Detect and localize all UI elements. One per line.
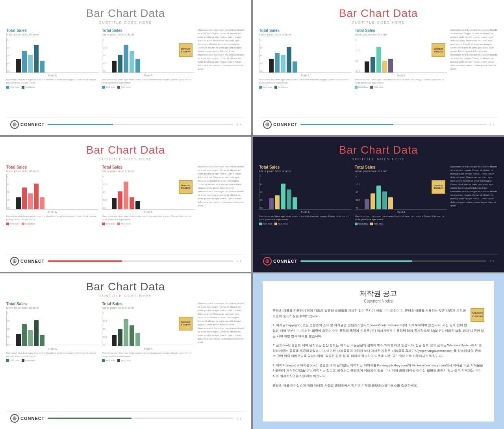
legend-item-0: field data	[259, 86, 272, 89]
y-tick-3: 0	[356, 39, 357, 41]
chart-x-label-chart-5a: Field A	[6, 347, 99, 350]
panel-2-subtitle: SUBTITLE GOES HERE	[259, 20, 498, 24]
chart-sublabel-chart-3a: lorem ipsum dolor sit amet	[6, 170, 99, 173]
connect-text-2: CONNECT	[273, 122, 297, 127]
progress-bar-4	[300, 260, 486, 262]
nav-arrows-2[interactable]: ‹ ›	[489, 122, 494, 126]
bar-3	[382, 61, 387, 72]
bar-1	[22, 51, 27, 72]
y-tick-3: 15	[260, 183, 263, 186]
chart-label-chart-5a: Total Sales	[6, 302, 99, 306]
next-arrow-3[interactable]: ›	[240, 259, 241, 263]
legend-dot-0	[6, 223, 9, 225]
y-tick-0: 60	[7, 70, 10, 72]
legend-label-1: field data	[278, 223, 287, 225]
panel-4-title: Bar Chart Data	[259, 144, 498, 156]
legend-item-1: field data	[117, 359, 130, 362]
chart-5b: Total Saleslorem ipsum dolor sit amet705…	[102, 302, 195, 411]
y-tick-2: 35	[103, 191, 106, 193]
prev-arrow-3[interactable]: ‹	[237, 259, 238, 263]
chart-label-chart-4b: Total Sales	[355, 165, 447, 169]
chart-area-chart-3b: 7052.53517.50 CONTENTSTANDAR	[102, 174, 195, 210]
legend-item-1: field data	[274, 86, 287, 89]
legend-dot-0	[259, 86, 262, 89]
y-tick-0: 70	[103, 70, 106, 72]
chart-x-label-chart-2a: Field A	[259, 74, 352, 77]
y-tick-0: 80	[260, 207, 263, 209]
y-tick-0: 70	[103, 207, 106, 209]
nav-arrows-5[interactable]: ‹ ›	[237, 416, 241, 421]
panel-3: Bar Chart Data SUBTITLE GOES HERE Total …	[0, 137, 251, 272]
prev-arrow-1[interactable]: ‹	[237, 122, 238, 126]
chart-2a: Total Saleslorem ipsum dolor sit amet806…	[259, 28, 352, 117]
prev-arrow-2[interactable]: ‹	[489, 122, 491, 126]
legend-item-1: field data	[117, 223, 130, 225]
y-tick-1: 60	[260, 199, 263, 201]
connect-circle-5	[10, 414, 19, 423]
chart-x-label-chart-4b: Field A	[355, 211, 447, 214]
bar-4	[388, 59, 393, 72]
y-tick-4: 0	[7, 39, 8, 41]
y-tick-4: 0	[103, 312, 104, 314]
legend-label-1: field data	[121, 86, 130, 88]
chart-x-label-chart-4a: Field A	[259, 211, 352, 214]
y-tick-3: 17.5	[103, 46, 107, 49]
panel-4-subtitle: SUBTITLE GOES HERE	[259, 157, 498, 161]
panel-3-title: Bar Chart Data	[6, 144, 245, 156]
legend-item-0: field data	[355, 86, 368, 89]
y-tick-1: 45	[7, 199, 10, 201]
legend-dot-1	[117, 359, 120, 362]
nav-arrows-1[interactable]: ‹ ›	[237, 122, 241, 126]
bar-3	[130, 197, 134, 209]
next-arrow-5[interactable]: ›	[240, 416, 241, 421]
next-arrow-4[interactable]: ›	[493, 259, 494, 263]
legend-dot-1	[370, 86, 373, 89]
y-tick-2: 30	[7, 54, 10, 57]
chart-sublabel-chart-3b: lorem ipsum dolor sit amet	[102, 170, 195, 173]
chart-footer-chart-4a: Maecenas sed diam eget risus varius blan…	[259, 215, 352, 221]
connect-text-1: CONNECT	[20, 122, 44, 127]
chart-footer-chart-2a: Maecenas sed diam eget risus varius blan…	[259, 78, 352, 85]
chart-footer-chart-3a: Maecenas sed diam eget risus varius blan…	[6, 215, 99, 221]
connect-text-5: CONNECT	[20, 416, 44, 421]
panel-4-right-text: Maecenas sed diam eget risus varius blan…	[450, 165, 498, 254]
legend-item-1: field data	[117, 86, 130, 89]
next-arrow-2[interactable]: ›	[493, 122, 494, 126]
bar-0	[269, 198, 274, 209]
prev-arrow-4[interactable]: ‹	[489, 259, 491, 263]
chart-sublabel-chart-2b: lorem ipsum dolor sit amet	[355, 33, 447, 36]
progress-bar-1	[48, 124, 233, 125]
panel-5-right-text: Maecenas sed diam eget risus varius blan…	[198, 302, 245, 411]
chart-area-chart-1a: 604530150	[6, 37, 99, 73]
legend-item-0: field data	[102, 86, 115, 89]
chart-3b: Total Saleslorem ipsum dolor sit amet705…	[102, 165, 195, 254]
bar-1	[275, 53, 280, 72]
legend-dot-0	[355, 223, 358, 225]
nav-arrows-4[interactable]: ‹ ›	[489, 259, 494, 263]
legend-item-0: field data	[355, 223, 368, 225]
logo-placeholder-chart-4b: CONTENTSTANDAR	[432, 180, 445, 194]
copyright-subtitle: Copyright Notice	[272, 299, 484, 303]
legend-dot-0	[259, 223, 262, 225]
y-tick-2: 45	[260, 191, 263, 193]
connect-logo-4: CONNECT	[263, 257, 297, 266]
next-arrow-1[interactable]: ›	[240, 122, 241, 126]
copyright-paragraph: 1. 저작권(copyright): 모든 콘텐츠의 소유 및 저작권은 콘텐츠…	[272, 323, 484, 339]
chart-area-chart-1b: 7052.53517.50 CONTENTSTANDAR	[102, 37, 195, 73]
chart-footer-chart-3b: Maecenas sed diam eget risus varius blan…	[102, 215, 195, 221]
nav-arrows-3[interactable]: ‹ ›	[237, 259, 241, 263]
prev-arrow-5[interactable]: ‹	[237, 416, 238, 421]
chart-4a: Total Saleslorem ipsum dolor sit amet806…	[259, 165, 352, 254]
y-tick-4: 0	[7, 175, 8, 178]
bar-0	[112, 198, 117, 209]
legend-dot-1	[22, 359, 24, 362]
connect-logo-1: CONNECT	[10, 120, 44, 129]
chart-footer-chart-1b: Maecenas sed diam eget risus varius blan…	[102, 78, 195, 85]
connect-logo-2: CONNECT	[263, 120, 297, 129]
bar-2	[376, 47, 381, 72]
chart-x-label-chart-3b: Field A	[102, 211, 195, 214]
bar-2	[124, 319, 128, 346]
y-tick-3: 15	[7, 183, 10, 186]
panel-3-bottom-bar: CONNECT ‹ ›	[6, 254, 245, 268]
chart-1a: Total Saleslorem ipsum dolor sit amet604…	[6, 28, 99, 117]
